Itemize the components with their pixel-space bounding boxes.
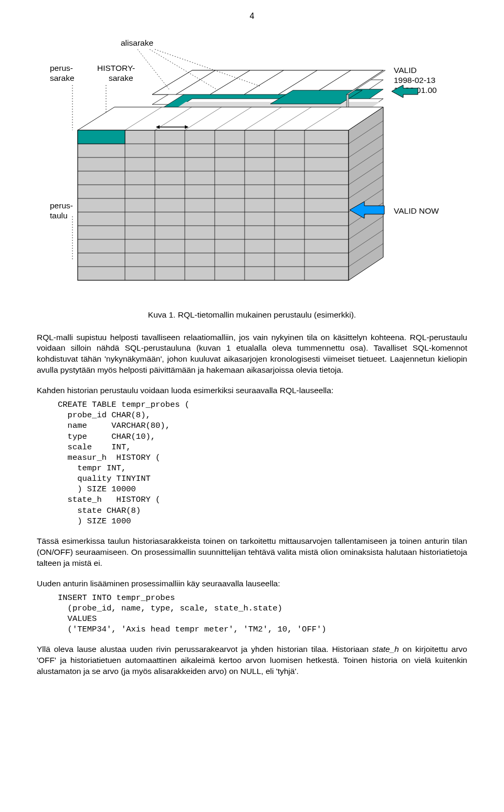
para5-state-h: state_h [372, 645, 399, 653]
valid-arrow-icon [392, 85, 418, 98]
page-number: 4 [37, 10, 467, 22]
svg-marker-39 [78, 107, 383, 130]
figure-1-diagram: alisarake perus- sarake HISTORY- sarake … [37, 38, 467, 295]
code-block-1: CREATE TABLE tempr_probes ( probe_id CHA… [58, 399, 467, 526]
svg-rect-47 [78, 130, 125, 144]
para5-text-a: Yllä oleva lause alustaa uuden rivin per… [37, 645, 372, 653]
paragraph-1: RQL-malli supistuu helposti tavalliseen … [37, 332, 467, 376]
paragraph-3: Tässä esimerkissa taulun historiasarakke… [37, 536, 467, 569]
figure-caption: Kuva 1. RQL-tietomallin mukainen perusta… [37, 310, 467, 321]
svg-line-17 [138, 49, 169, 89]
code-block-2: INSERT INTO tempr_probes (probe_id, name… [58, 593, 467, 635]
svg-marker-14 [392, 85, 418, 98]
svg-rect-21 [78, 130, 349, 280]
paragraph-2: Kahden historian perustaulu voidaan luod… [37, 385, 467, 396]
svg-marker-50 [349, 107, 383, 280]
paragraph-4: Uuden anturin lisääminen prosessimalliin… [37, 578, 467, 589]
figure-svg [37, 38, 472, 295]
paragraph-5: Yllä oleva lause alustaa uuden rivin per… [37, 644, 467, 677]
